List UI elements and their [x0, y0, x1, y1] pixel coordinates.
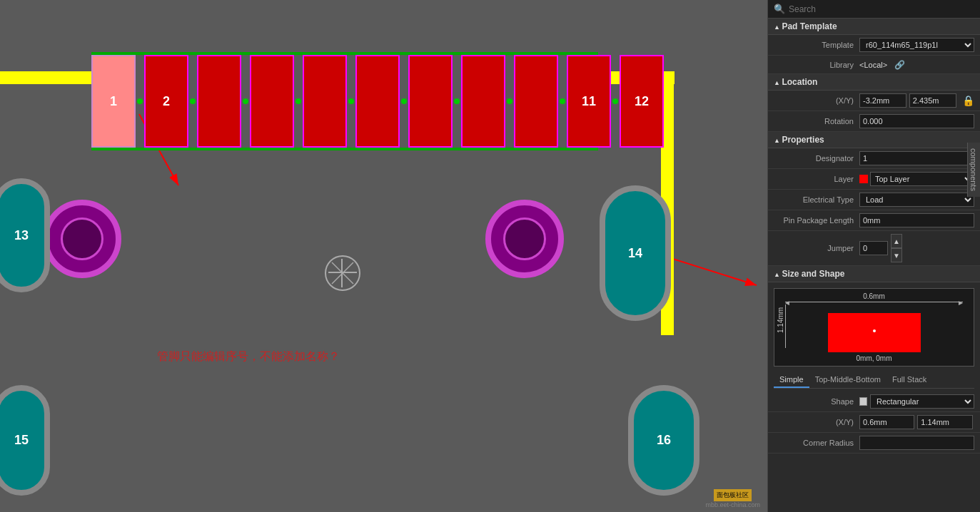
electrical-type-select[interactable]: Load	[859, 193, 974, 207]
shape-preview: 0.6mm ◄ ► 1.14mm 0mm, 0mm	[774, 288, 974, 367]
shape-rect-icon	[859, 397, 867, 406]
designator-label: Designator	[774, 154, 859, 163]
jumper-down-button[interactable]: ▼	[891, 248, 902, 262]
electrical-type-row: Electrical Type Load	[768, 190, 980, 210]
pad-9[interactable]	[514, 55, 558, 148]
jumper-spinner: ▲ ▼	[891, 234, 902, 262]
xy-row: (X/Y) 🔒	[768, 91, 980, 111]
layer-select-wrapper: Top Layer	[859, 172, 974, 186]
corner-radius-row: Corner Radius	[768, 433, 980, 454]
pin-package-value	[859, 213, 974, 227]
jumper-up-button[interactable]: ▲	[891, 234, 902, 248]
pad-dot	[243, 98, 248, 104]
tab-simple[interactable]: Simple	[774, 372, 809, 388]
shape-dim-line-h	[785, 302, 963, 302]
layer-color-dot	[859, 175, 868, 183]
pin-package-label: Pin Package Length	[774, 216, 859, 225]
pads-row: 1 2 11 12	[91, 55, 664, 148]
shape-dim-top: 0.6mm	[774, 292, 974, 300]
shape-dim-bottom: 0mm, 0mm	[774, 354, 974, 362]
right-panel: 🔍 Pad Template Template r60_114m65_119p1…	[767, 0, 980, 512]
watermark: 面包板社区 mbb.eet-china.com	[705, 489, 760, 508]
shape-dim-line-v	[785, 304, 786, 348]
lock-icon[interactable]: 🔒	[962, 95, 974, 106]
jumper-row: Jumper ▲ ▼	[768, 231, 980, 266]
designator-row: Designator	[768, 148, 980, 169]
xy-size-fields	[859, 415, 974, 429]
width-input[interactable]	[859, 415, 914, 429]
thru-hole-inner-left	[61, 217, 103, 260]
pad-11[interactable]: 11	[567, 55, 611, 148]
pad-template-section[interactable]: Pad Template	[768, 19, 980, 35]
layer-value: Top Layer	[859, 172, 974, 186]
library-label: Library	[774, 61, 859, 69]
jumper-label: Jumper	[774, 244, 859, 252]
search-input[interactable]	[789, 4, 974, 14]
pad-dot	[612, 98, 618, 104]
pad-7[interactable]	[408, 55, 453, 148]
pad-1[interactable]: 1	[91, 55, 136, 148]
thru-hole-pad-left[interactable]	[43, 200, 121, 278]
location-section[interactable]: Location	[768, 74, 980, 91]
height-input[interactable]	[917, 415, 972, 429]
xy-size-row: (X/Y)	[768, 412, 980, 433]
pad-dot	[401, 98, 407, 104]
pad-6[interactable]	[355, 55, 400, 148]
pcb-canvas[interactable]: 1 2 11 12	[0, 0, 767, 512]
rotation-input[interactable]	[859, 114, 974, 128]
pin-package-input[interactable]	[859, 213, 974, 227]
library-link-icon[interactable]: 🔗	[894, 60, 905, 70]
template-select[interactable]: r60_114m65_119p1l	[859, 38, 974, 52]
pin-package-row: Pin Package Length	[768, 210, 980, 231]
corner-radius-value	[859, 436, 974, 450]
pad-dot	[348, 98, 354, 104]
pad-2[interactable]: 2	[144, 55, 188, 148]
pad-3[interactable]	[197, 55, 241, 148]
xy-size-label: (X/Y)	[774, 418, 859, 426]
library-text: <Local>	[859, 61, 887, 69]
oval-pad-14[interactable]: 14	[600, 185, 671, 321]
pad-5[interactable]	[303, 55, 347, 148]
corner-radius-input[interactable]	[859, 436, 974, 450]
layer-row: Layer Top Layer	[768, 169, 980, 190]
pad-8[interactable]	[461, 55, 505, 148]
chinese-text: 管脚只能编辑序号，不能添加名称？	[157, 349, 340, 364]
shape-rectangle	[828, 313, 921, 352]
pad-12[interactable]: 12	[620, 55, 664, 148]
x-input[interactable]	[859, 93, 906, 108]
tab-full-stack[interactable]: Full Stack	[886, 372, 932, 388]
layer-select[interactable]: Top Layer	[870, 172, 974, 186]
cross-target	[325, 255, 360, 291]
xy-label: (X/Y)	[774, 96, 859, 105]
layer-label: Layer	[774, 175, 859, 183]
tab-top-middle-bottom[interactable]: Top-Middle-Bottom	[809, 372, 886, 388]
bus-top-left	[0, 71, 103, 84]
oval-pad-16[interactable]: 16	[628, 385, 699, 496]
thru-hole-inner-right	[503, 217, 546, 260]
shape-center-dot	[873, 329, 876, 332]
template-row: Template r60_114m65_119p1l	[768, 35, 980, 56]
shape-select[interactable]: Rectangular	[870, 394, 974, 409]
designator-input[interactable]	[859, 151, 974, 165]
shape-row: Shape Rectangular	[768, 391, 980, 412]
oval-pad-13[interactable]: 13	[0, 178, 50, 292]
shape-label: Shape	[774, 397, 859, 406]
watermark-box: 面包板社区	[714, 489, 752, 501]
shape-tabs: Simple Top-Middle-Bottom Full Stack	[774, 372, 974, 389]
thru-hole-pad-right[interactable]	[485, 200, 564, 278]
size-shape-section[interactable]: Size and Shape	[768, 266, 980, 282]
pad-dot	[454, 98, 460, 104]
jumper-input[interactable]	[859, 241, 888, 255]
shape-dim-left: 1.14mm	[777, 289, 784, 352]
rotation-value	[859, 114, 974, 128]
search-icon: 🔍	[774, 4, 785, 14]
properties-section[interactable]: Properties	[768, 132, 980, 148]
jumper-value: ▲ ▼	[859, 234, 974, 262]
y-input[interactable]	[909, 93, 956, 108]
pad-dot	[560, 98, 565, 104]
components-tab[interactable]: components	[967, 143, 980, 197]
xy-inputs: 🔒	[859, 93, 974, 108]
oval-pad-15[interactable]: 15	[0, 385, 50, 496]
template-label: Template	[774, 41, 859, 49]
pad-4[interactable]	[250, 55, 294, 148]
